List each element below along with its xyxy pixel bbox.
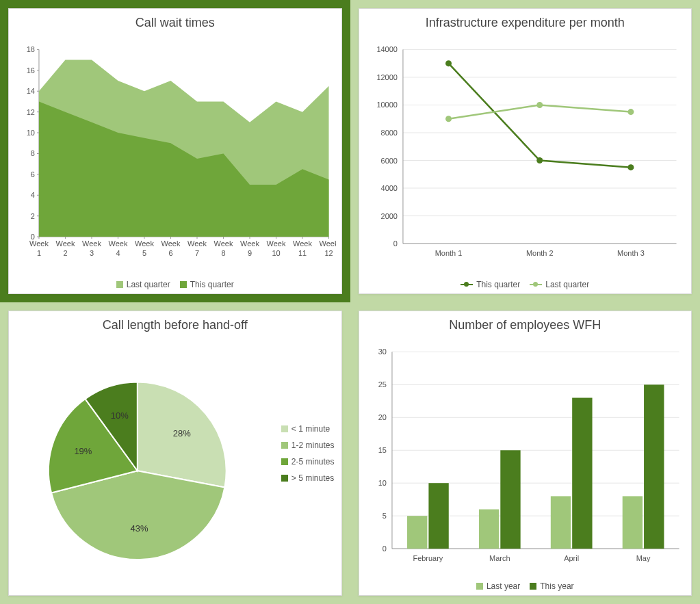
panel-wfh: Number of employees WFH 051015202530Febr… [350, 302, 701, 605]
svg-text:Month 1: Month 1 [435, 249, 462, 257]
svg-text:Week: Week [240, 239, 259, 248]
chart-title: Infrastructure expenditure per month [365, 16, 686, 30]
svg-rect-106 [407, 516, 427, 549]
svg-text:0: 0 [393, 239, 397, 248]
svg-text:4: 4 [116, 249, 120, 257]
legend-item: 2-5 minutes [281, 457, 335, 467]
legend-item: This quarter [180, 280, 234, 289]
svg-text:8000: 8000 [380, 129, 397, 137]
svg-text:Week: Week [82, 239, 101, 248]
svg-rect-107 [428, 483, 448, 549]
svg-text:0: 0 [382, 544, 386, 553]
svg-text:10000: 10000 [376, 101, 398, 109]
svg-text:3: 3 [90, 249, 94, 257]
svg-text:12: 12 [27, 108, 35, 116]
legend-item: 1-2 minutes [281, 441, 335, 450]
svg-text:20: 20 [378, 413, 386, 421]
svg-text:18: 18 [27, 45, 35, 53]
svg-text:Week: Week [56, 239, 75, 248]
bar-chart: 051015202530FebruaryMarchAprilMay [365, 335, 686, 579]
svg-text:Week: Week [161, 239, 181, 248]
legend-item: Last quarter [116, 280, 170, 289]
svg-text:12: 12 [324, 249, 333, 257]
line-chart: 02000400060008000100001200014000Month 1M… [365, 33, 686, 277]
legend-item: < 1 minute [281, 424, 335, 434]
svg-text:Week: Week [267, 239, 286, 248]
area-chart: 024681012141618Week1Week2Week3Week4Week5… [14, 33, 336, 277]
area-legend: Last quarterThis quarter [14, 277, 336, 291]
svg-point-84 [627, 109, 634, 115]
svg-text:Week: Week [320, 239, 336, 248]
svg-text:Week: Week [109, 239, 128, 248]
svg-point-80 [536, 157, 543, 163]
svg-rect-113 [572, 397, 592, 549]
svg-text:19%: 19% [74, 445, 92, 456]
svg-text:10: 10 [27, 129, 35, 137]
legend-item: This year [530, 581, 573, 591]
svg-text:February: February [413, 554, 443, 562]
svg-text:4: 4 [31, 191, 35, 199]
svg-text:14: 14 [27, 87, 35, 95]
svg-text:6: 6 [168, 249, 172, 257]
panel-call-length: Call length before hand-off 28%43%19%10%… [0, 302, 350, 605]
chart-title: Call length before hand-off [14, 318, 336, 332]
svg-text:Week: Week [29, 239, 49, 248]
legend-item: This quarter [461, 280, 520, 289]
svg-point-82 [445, 116, 452, 122]
svg-text:1: 1 [37, 249, 41, 257]
svg-text:4000: 4000 [380, 184, 397, 192]
svg-rect-112 [550, 496, 570, 549]
svg-text:5: 5 [142, 249, 146, 257]
svg-text:28%: 28% [173, 428, 191, 438]
svg-text:Week: Week [135, 239, 154, 248]
line-legend: This quarterLast quarter [365, 277, 686, 291]
svg-text:2: 2 [63, 249, 67, 257]
pie-chart: 28%43%19%10%< 1 minute1-2 minutes2-5 min… [14, 335, 336, 593]
svg-point-83 [536, 102, 543, 108]
panel-inner: Call wait times 024681012141618Week1Week… [8, 8, 342, 294]
svg-rect-116 [644, 384, 664, 549]
panel-inner: Number of employees WFH 051015202530Febr… [359, 311, 692, 596]
chart-title: Call wait times [14, 16, 336, 30]
svg-text:Month 2: Month 2 [526, 249, 553, 257]
dashboard-grid: Call wait times 024681012141618Week1Week… [0, 0, 700, 604]
svg-text:May: May [636, 554, 650, 562]
panel-call-wait: Call wait times 024681012141618Week1Week… [0, 0, 350, 302]
svg-text:9: 9 [248, 249, 252, 257]
svg-text:10: 10 [378, 479, 386, 487]
panel-inner: Call length before hand-off 28%43%19%10%… [8, 311, 342, 596]
svg-rect-109 [478, 509, 498, 549]
svg-text:6: 6 [31, 170, 35, 179]
svg-rect-115 [622, 496, 642, 549]
svg-text:2: 2 [31, 212, 35, 220]
svg-text:15: 15 [378, 446, 386, 454]
svg-text:10%: 10% [111, 410, 129, 420]
svg-text:2000: 2000 [380, 212, 397, 220]
svg-text:11: 11 [298, 249, 307, 257]
svg-text:16: 16 [27, 66, 35, 75]
pie-legend: < 1 minute1-2 minutes2-5 minutes> 5 minu… [281, 417, 335, 490]
svg-text:8: 8 [31, 149, 35, 157]
legend-item: Last quarter [530, 280, 589, 289]
panel-inner: Infrastructure expenditure per month 020… [359, 8, 692, 294]
svg-text:12000: 12000 [376, 73, 398, 81]
svg-point-79 [445, 60, 452, 66]
chart-title: Number of employees WFH [365, 318, 686, 332]
svg-text:7: 7 [195, 249, 199, 257]
svg-point-81 [627, 164, 634, 170]
svg-text:April: April [564, 554, 579, 562]
panel-infrastructure: Infrastructure expenditure per month 020… [350, 0, 701, 302]
bar-legend: Last yearThis year [365, 579, 686, 592]
svg-text:Week: Week [214, 239, 233, 248]
svg-text:14000: 14000 [376, 45, 398, 53]
legend-item: > 5 minutes [281, 473, 335, 483]
svg-text:8: 8 [221, 249, 225, 257]
svg-text:Month 3: Month 3 [617, 249, 645, 257]
svg-text:March: March [489, 554, 510, 562]
svg-text:5: 5 [382, 512, 386, 520]
svg-text:30: 30 [378, 347, 386, 356]
svg-rect-110 [500, 450, 520, 549]
svg-text:Week: Week [187, 239, 207, 248]
svg-text:Week: Week [293, 239, 312, 248]
legend-item: Last year [476, 581, 520, 591]
